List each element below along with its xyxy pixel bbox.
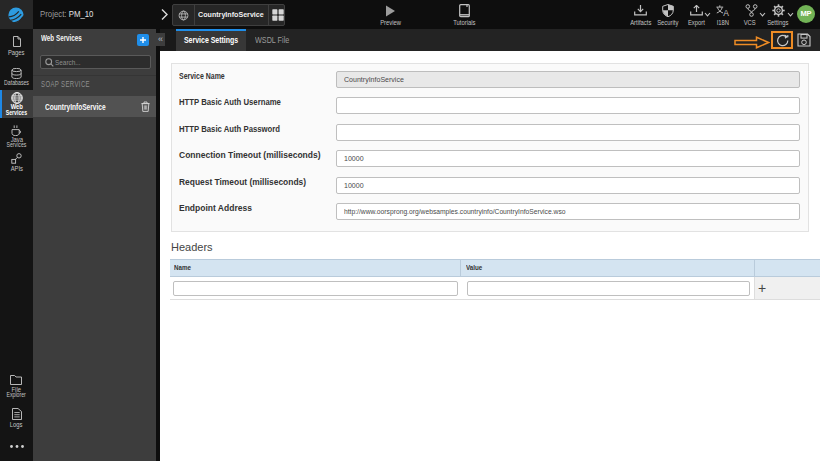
svg-text:A: A bbox=[723, 8, 729, 17]
